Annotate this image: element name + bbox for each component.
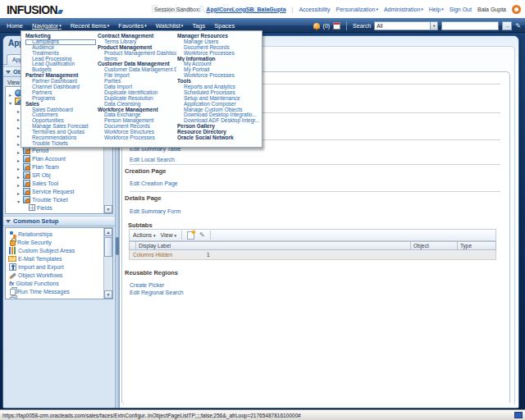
list-item-global-functions[interactable]: Global Functions — [6, 279, 112, 287]
menu-item-partner-dashboard[interactable]: Partner Dashboard — [25, 79, 96, 84]
menu-item-resource-directory[interactable]: Resource Directory — [177, 130, 261, 135]
menu-item-programs[interactable]: Programs — [25, 96, 96, 102]
edit-regional-search-link[interactable]: Edit Regional Search — [130, 290, 184, 295]
calendar-icon[interactable] — [333, 22, 340, 30]
oracle-badge-icon[interactable] — [512, 5, 521, 14]
menu-item-channel-dashboard[interactable]: Channel Dashboard — [25, 84, 96, 90]
nav-favorites[interactable]: Favorites — [118, 22, 146, 30]
menu-item-my-account[interactable]: My Account — [177, 62, 261, 67]
advanced-search-icon[interactable] — [515, 22, 521, 30]
menu-item-data-exchange[interactable]: Data Exchange — [98, 112, 176, 118]
list-scrollbar[interactable]: ▲ ▼ — [103, 228, 112, 299]
nav-watchlist[interactable]: Watchlist — [156, 22, 184, 30]
chevron-down-icon[interactable] — [430, 22, 437, 30]
menu-item-campaigns[interactable]: Campaigns — [25, 39, 96, 45]
menu-item-customers[interactable]: Customers — [25, 112, 96, 118]
menu-item-document-records[interactable]: Document Records — [177, 45, 261, 51]
create-picker-link[interactable]: Create Picker — [130, 282, 164, 288]
list-item-role-security[interactable]: Role Security — [6, 238, 112, 246]
tree-item-plan-account[interactable]: Plan Account — [6, 154, 112, 162]
list-item-custom-subject-areas[interactable]: Custom Subject Areas — [6, 246, 112, 254]
menu-item-budgets[interactable]: Budgets — [25, 67, 96, 73]
tree-item-service-request[interactable]: Service Request — [6, 187, 112, 195]
column-object[interactable]: Object — [410, 241, 457, 250]
menu-item-territories-and-quotas[interactable]: Territories and Quotas — [25, 130, 96, 135]
menu-item-workforce-structures[interactable]: Workforce Structures — [98, 130, 176, 135]
menu-item-my-portrait[interactable]: My Portrait — [177, 67, 261, 73]
tree-item-fields[interactable]: Fields — [6, 203, 112, 212]
nav-spaces[interactable]: Spaces — [214, 22, 235, 30]
menu-item-lead-qualification[interactable]: Lead Qualification — [25, 62, 96, 67]
menu-item-parties[interactable]: Parties — [98, 79, 176, 84]
menu-item-manage-custom-objects[interactable]: Manage Custom Objects — [177, 107, 261, 113]
tree-item-plan-team[interactable]: Plan Team — [6, 162, 112, 171]
menu-item-person-gallery[interactable]: Person Gallery — [177, 124, 261, 130]
menu-item-workforce-processes[interactable]: Workforce Processes — [177, 51, 261, 57]
menu-item-document-records[interactable]: Document Records — [98, 124, 176, 130]
scrollbar-thumb[interactable] — [104, 237, 112, 257]
scroll-down-icon[interactable]: ▼ — [104, 290, 112, 299]
menu-item-duplicate-resolution[interactable]: Duplicate Resolution — [98, 96, 176, 102]
menu-item-download-desktop-integration[interactable]: Download Desktop Integratio... — [177, 112, 261, 118]
menu-item-terms-library[interactable]: Terms Library — [98, 39, 176, 45]
menu-item-setup-and-maintenance[interactable]: Setup and Maintenance — [177, 96, 261, 102]
collapse-icon[interactable] — [16, 192, 21, 207]
menu-item-treatments[interactable]: Treatments — [25, 51, 96, 57]
menu-item-data-cleansing[interactable]: Data Cleansing — [98, 102, 176, 107]
column-display-label[interactable]: Display Label — [135, 241, 410, 250]
view-menu-button[interactable]: View — [160, 232, 176, 238]
accessibility-link[interactable]: Accessibility — [299, 7, 330, 12]
help-menu[interactable]: Help — [429, 7, 444, 12]
menu-item-duplicate-identification[interactable]: Duplicate Identification — [98, 90, 176, 96]
menu-item-product-management-dashboard[interactable]: Product Management Dashboar... — [98, 51, 176, 57]
collapse-icon[interactable] — [7, 94, 13, 108]
tree-item-sr-obj[interactable]: SR Obj — [6, 171, 112, 179]
edit-creation-page-link[interactable]: Edit Creation Page — [130, 180, 178, 186]
chevron-down-icon[interactable] — [6, 71, 11, 74]
list-item-email-templates[interactable]: E-Mail Templates — [6, 254, 112, 262]
menu-item-scheduled-processes[interactable]: Scheduled Processes — [177, 90, 261, 96]
menu-item-download-adf-desktop-integration[interactable]: Download ADF Desktop Integr... — [177, 118, 261, 124]
actions-menu-button[interactable]: Actions — [133, 232, 155, 238]
administration-menu[interactable]: Administration — [384, 7, 423, 12]
search-scope-select[interactable]: All — [374, 21, 438, 30]
nav-navigator[interactable]: Navigator — [32, 22, 62, 30]
menu-item-oracle-social-network[interactable]: Oracle Social Network — [177, 135, 261, 141]
tree-item-sales-tool[interactable]: Sales Tool — [6, 179, 112, 187]
menu-item-workforce-processes[interactable]: Workforce Processes — [177, 73, 261, 79]
sign-out-link[interactable]: Sign Out — [450, 7, 472, 12]
edit-summary-form-link[interactable]: Edit Summary Form — [130, 208, 180, 214]
list-item-relationships[interactable]: Relationships — [6, 230, 112, 238]
list-item-run-time-messages[interactable]: Run Time Messages — [6, 287, 112, 295]
column-type[interactable]: Type — [457, 241, 496, 250]
notifications-bell-icon[interactable] — [313, 23, 320, 29]
list-item-partial[interactable] — [6, 295, 112, 299]
menu-item-manage-users[interactable]: Manage Users — [177, 39, 261, 45]
menu-item-customer-data-management-dashboard[interactable]: Customer Data Management Da... — [98, 67, 176, 73]
edit-local-search-link[interactable]: Edit Local Search — [130, 157, 175, 162]
list-item-import-export[interactable]: Import and Export — [6, 262, 112, 271]
menu-item-sales-dashboard[interactable]: Sales Dashboard — [25, 107, 96, 113]
splitter-handle[interactable] — [116, 237, 119, 255]
menu-item-data-import[interactable]: Data Import — [98, 84, 176, 90]
list-item-object-workflows[interactable]: Object Workflows — [6, 271, 112, 279]
create-subtab-icon[interactable] — [187, 231, 194, 240]
menu-item-workforce-processes[interactable]: Workforce Processes — [98, 135, 176, 141]
chevron-down-icon[interactable] — [6, 220, 11, 223]
edit-pencil-icon[interactable] — [199, 232, 205, 239]
nav-recent-items[interactable]: Recent Items — [71, 22, 110, 30]
scroll-down-icon[interactable]: ▼ — [104, 205, 112, 213]
personalization-menu[interactable]: Personalization — [336, 7, 378, 12]
menu-item-trouble-tickets[interactable]: Trouble Tickets — [25, 141, 96, 147]
menu-item-partners[interactable]: Partners — [25, 90, 96, 96]
menu-item-application-composer[interactable]: Application Composer — [177, 102, 261, 107]
session-sandbox-link[interactable]: ApplCoreLongSB_BalaGupta — [206, 7, 285, 12]
menu-item-file-import[interactable]: File Import — [98, 73, 176, 79]
nav-home[interactable]: Home — [7, 22, 23, 30]
menu-item-audience[interactable]: Audience — [25, 45, 96, 51]
search-go-button[interactable] — [502, 21, 512, 30]
tree-item-trouble-ticket[interactable]: Trouble Ticket — [6, 195, 112, 203]
menu-item-recommendations[interactable]: Recommendations — [25, 135, 96, 141]
menu-item-manage-sales-forecast[interactable]: Manage Sales Forecast — [25, 124, 96, 130]
nav-tags[interactable]: Tags — [192, 22, 205, 30]
